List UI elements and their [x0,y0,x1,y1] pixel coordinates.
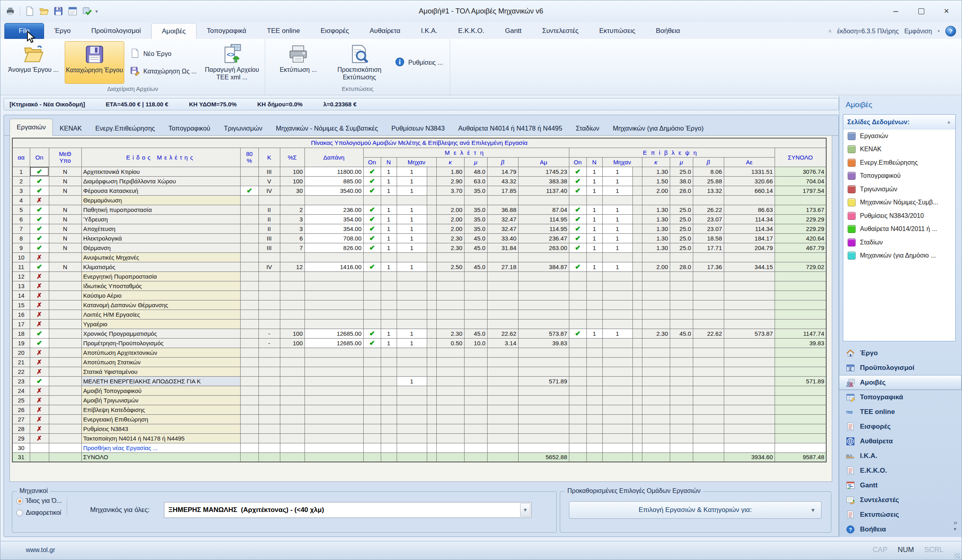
cell-m-mechanic-btn[interactable] [427,338,436,348]
cell-e-mechanic-btn[interactable] [632,291,642,300]
cell-e-mu[interactable] [670,310,693,319]
cell-m-mechanic[interactable] [397,443,427,452]
cell-e-k[interactable] [642,405,670,414]
cell-on-checkbox[interactable]: ✔ [30,176,49,186]
cell-m-on-checkbox[interactable] [363,405,381,414]
cell-percent-sigma[interactable]: 7 [280,243,305,252]
resize-grip[interactable] [954,553,960,558]
cell-m-mechanic-btn[interactable] [427,376,436,386]
cell-m-mechanic-btn[interactable] [427,386,436,395]
cell-m-n[interactable] [381,300,397,310]
cell-m-mechanic-btn[interactable] [427,205,436,214]
cell-m-n[interactable]: 1 [381,243,397,252]
cell-meth[interactable]: N [49,243,81,252]
cell-percent-sigma[interactable] [280,357,305,367]
cell-e-k[interactable]: 2.00 [642,262,670,271]
menu-tab-Έργο[interactable]: Έργο [44,23,81,39]
sidebar-overflow[interactable]: »▼ [953,520,957,532]
cell-e-n[interactable] [586,300,602,310]
cell-e-mechanic[interactable] [602,319,632,329]
cell-m-mu[interactable]: 45.0 [464,262,487,271]
cell-on-checkbox[interactable]: ✔ [30,262,49,271]
cell-category[interactable] [258,443,280,452]
data-page-item-ρυθμίσεις-ν3843/2010[interactable]: Ρυθμίσεις Ν3843/2010 [843,209,955,223]
cell-m-mechanic-btn[interactable] [427,452,436,462]
cell-on-checkbox[interactable]: ✗ [30,367,49,376]
cell-cost[interactable]: 1416.00 [305,262,363,271]
cell-80pct-checkbox[interactable] [240,195,258,205]
cell-m-mu[interactable] [464,376,487,386]
cell-m-mechanic-btn[interactable] [427,443,436,452]
cell-e-on-checkbox[interactable]: ✔ [569,329,586,338]
cell-e-mechanic-btn[interactable] [632,176,642,186]
cell-m-mu[interactable] [464,395,487,405]
cell-e-on-checkbox[interactable]: ✔ [569,262,586,271]
radio-same-engineer[interactable]: Ίδιος για Ό... [16,497,62,504]
cell-e-mu[interactable] [670,281,693,291]
cell-80pct-checkbox[interactable] [240,376,258,386]
menu-tab-Αμοιβές[interactable]: Αμοιβές [151,23,197,39]
cell-meth[interactable] [49,414,81,424]
cell-e-n[interactable]: 1 [586,224,602,233]
cell-e-mechanic[interactable]: 1 [602,167,632,176]
cell-80pct-checkbox[interactable]: ✔ [240,186,258,195]
save-project-icon[interactable] [52,5,64,17]
cell-m-mechanic[interactable] [397,386,427,395]
data-page-item-τοπογραφικού[interactable]: Τοπογραφικού [843,169,955,183]
cell-e-on-checkbox[interactable]: ✔ [569,186,586,195]
cell-percent-sigma[interactable] [280,367,305,376]
cell-m-k[interactable] [436,367,464,376]
data-page-item-αυθαίρετα-ν4014/2011-ή-[interactable]: Αυθαίρετα Ν4014/2011 ή ... [843,223,955,236]
cell-study-kind[interactable]: Κλιματισμός [81,262,240,271]
cell-on-checkbox[interactable]: ✔ [30,205,49,214]
cell-m-k[interactable]: 1.80 [436,167,464,176]
sidebar-item-έργο[interactable]: Έργο [839,346,962,360]
cell-meth[interactable]: N [49,214,81,224]
cell-e-on-checkbox[interactable]: ✔ [569,176,586,186]
cell-on-checkbox[interactable]: ✔ [30,224,49,233]
cell-e-n[interactable] [586,414,602,424]
cell-category[interactable] [258,252,280,262]
cell-percent-sigma[interactable]: 100 [280,338,305,348]
cell-cost[interactable]: 885.00 [305,176,363,186]
cell-cost[interactable] [305,386,363,395]
cell-e-mechanic-btn[interactable] [632,367,642,376]
cell-e-n[interactable]: 1 [586,329,602,338]
cell-m-k[interactable] [436,386,464,395]
cell-m-mechanic-btn[interactable] [427,281,436,291]
cell-e-mu[interactable] [670,414,693,424]
cell-m-on-checkbox[interactable] [363,433,381,443]
cell-study-kind[interactable]: Θέρμανση [81,243,240,252]
cell-80pct-checkbox[interactable] [240,224,258,233]
cell-category[interactable] [258,291,280,300]
cell-m-mechanic-btn[interactable] [427,329,436,338]
cell-m-k[interactable] [436,281,464,291]
cell-e-k[interactable] [642,386,670,395]
menu-tab-Εισφορές[interactable]: Εισφορές [310,23,359,39]
cell-e-mu[interactable] [670,433,693,443]
cell-study-kind[interactable]: Αποχέτευση [81,224,240,233]
cell-e-k[interactable] [642,452,670,462]
cell-e-mechanic-btn[interactable] [632,424,642,433]
cell-category[interactable] [258,433,280,443]
cell-m-on-checkbox[interactable] [363,443,381,452]
cell-study-kind[interactable]: Ανυψωτικές Μηχανές [81,252,240,262]
cell-e-mechanic-btn[interactable] [632,262,642,271]
cell-m-n[interactable] [381,386,397,395]
cell-80pct-checkbox[interactable] [240,405,258,414]
cell-m-k[interactable] [436,348,464,357]
cell-e-mechanic[interactable] [602,452,632,462]
cell-m-n[interactable]: 1 [381,224,397,233]
cell-80pct-checkbox[interactable] [240,433,258,443]
cell-e-mechanic-btn[interactable] [632,252,642,262]
cell-m-mechanic[interactable] [397,367,427,376]
update-check-icon[interactable] [81,5,93,17]
radio-different-engineers[interactable]: Διαφορετικοί [16,509,62,516]
menu-tab-Βοήθεια[interactable]: Βοήθεια [646,23,690,39]
cell-m-n[interactable]: 1 [381,329,397,338]
cell-e-mu[interactable]: 25.0 [670,167,693,176]
cell-e-k[interactable]: 2.30 [642,329,670,338]
cell-m-n[interactable] [381,424,397,433]
cell-80pct-checkbox[interactable] [240,176,258,186]
cell-e-on-checkbox[interactable]: ✔ [569,224,586,233]
